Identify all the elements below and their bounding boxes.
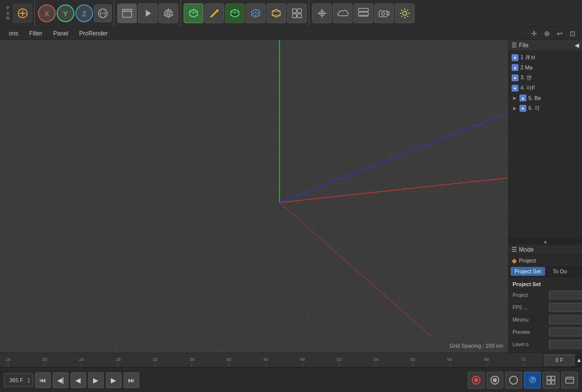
ruler-mark: 32 xyxy=(153,353,158,367)
pen-tool-button[interactable] xyxy=(204,3,224,23)
snap-button[interactable] xyxy=(312,3,332,23)
attr-input-project[interactable] xyxy=(549,291,582,299)
play-button[interactable] xyxy=(138,3,158,23)
list-item[interactable]: ▲ 2 Ma xyxy=(509,63,582,72)
expand-button[interactable]: ▶ xyxy=(512,95,517,101)
menu-filter[interactable]: Filter xyxy=(24,29,47,38)
svg-line-52 xyxy=(401,16,402,17)
key-all-button[interactable] xyxy=(543,372,559,389)
axis-group: X Y Z xyxy=(36,0,114,27)
view-group xyxy=(182,0,309,27)
ruler-mark: 48 xyxy=(300,353,305,367)
panel-collapse-button[interactable]: ◀ xyxy=(575,42,579,49)
world-space-button[interactable] xyxy=(94,4,112,22)
project-header[interactable]: ◆ Project xyxy=(509,255,582,266)
center-viewport-button[interactable]: ⊕ xyxy=(542,28,552,39)
top-toolbar: P S R X Y Z xyxy=(0,0,582,27)
light-button[interactable] xyxy=(395,3,415,23)
play-forward-button[interactable]: ▶ xyxy=(88,372,104,388)
attr-label-fps: FPS ... xyxy=(513,305,547,310)
attr-input-preview[interactable] xyxy=(549,327,582,336)
viewport-solo-button[interactable] xyxy=(287,3,307,23)
camera-button[interactable] xyxy=(374,3,394,23)
panel-tabs: Project Set To Do xyxy=(509,266,582,277)
ruler-mark: 68 xyxy=(484,353,489,367)
svg-rect-6 xyxy=(123,11,131,17)
ruler-mark: 20 xyxy=(42,353,47,367)
atom-array-button[interactable] xyxy=(266,3,286,23)
list-item[interactable]: ▲ 3. 면 xyxy=(509,72,582,83)
list-item[interactable]: ▲ 4. 아F xyxy=(509,83,582,93)
grid-canvas xyxy=(0,40,508,353)
viewport[interactable]: Grid Spacing : 100 cm xyxy=(0,40,508,353)
attr-row-minimum: Minimu xyxy=(509,314,582,326)
display-mode-button[interactable] xyxy=(246,3,265,23)
list-item[interactable]: ▶ ▲ 5. Be xyxy=(509,93,582,103)
fullscreen-button[interactable]: ⊡ xyxy=(567,28,578,39)
cube-button[interactable] xyxy=(225,3,245,23)
axis-z-button[interactable]: Z xyxy=(75,4,93,22)
attr-input-fps[interactable] xyxy=(549,303,582,312)
go-end-button[interactable]: ⏭ xyxy=(124,372,139,388)
move-viewport-button[interactable]: ✛ xyxy=(529,28,540,39)
viewport-controls: ✛ ⊕ ↩ ⊡ xyxy=(529,28,578,39)
ruler-mark: 28 xyxy=(116,353,121,367)
attr-label-level: Level o xyxy=(513,342,547,347)
object-icon: ▲ xyxy=(519,95,526,101)
svg-rect-33 xyxy=(297,14,301,18)
prev-frame-button[interactable]: ◀ xyxy=(70,372,86,388)
record-active-button[interactable] xyxy=(468,372,485,389)
svg-rect-30 xyxy=(292,9,296,13)
add-tool-button[interactable] xyxy=(13,3,32,23)
menu-panel[interactable]: Panel xyxy=(48,29,73,38)
object-icon: ▲ xyxy=(512,64,518,71)
extra-tools-group xyxy=(310,0,417,27)
mode-bar: ☰ Mode xyxy=(509,245,582,255)
axis-x-button[interactable]: X xyxy=(38,4,56,22)
psr-label: P S R xyxy=(4,5,12,21)
timeline-ruler[interactable]: 162024283236404448525660646872 xyxy=(0,353,543,367)
panel-divider-arrow[interactable]: ▲ xyxy=(509,238,582,245)
settings-button[interactable] xyxy=(159,3,178,23)
svg-point-56 xyxy=(493,378,497,382)
svg-rect-32 xyxy=(292,14,296,18)
tab-project-set[interactable]: Project Set xyxy=(511,267,545,276)
grid-view-button[interactable] xyxy=(354,3,373,23)
hamburger-icon: ☰ xyxy=(512,42,517,49)
undo-viewport-button[interactable]: ↩ xyxy=(554,28,565,39)
list-item[interactable]: ▶ ▲ 6. 각 xyxy=(509,103,582,113)
go-start-button[interactable]: ⏮ xyxy=(35,372,51,388)
object-icon: ▲ xyxy=(512,85,518,92)
svg-line-50 xyxy=(407,16,408,17)
motion-record-button[interactable]: Ⓟ xyxy=(524,372,541,389)
frame-down-arrow[interactable]: ▼ xyxy=(27,380,31,384)
mode-group xyxy=(115,0,181,27)
record-button[interactable] xyxy=(486,372,503,389)
attr-input-level[interactable] xyxy=(549,340,582,349)
main-content: Grid Spacing : 100 cm ☰ File ◀ ▲ 1 큐브 ▲ … xyxy=(0,40,582,353)
object-name: 5. Be xyxy=(528,95,541,101)
auto-key-button[interactable] xyxy=(505,372,522,389)
perspective-view-button[interactable] xyxy=(184,3,203,23)
timeline-scroll-up[interactable]: ▲ xyxy=(576,353,582,367)
prev-key-button[interactable]: ◀| xyxy=(53,372,68,388)
attr-input-minimum[interactable] xyxy=(549,315,582,324)
axis-y-button[interactable]: Y xyxy=(57,4,74,22)
next-frame-button[interactable]: ▶ xyxy=(106,372,122,388)
svg-marker-42 xyxy=(387,11,389,15)
tab-to-do[interactable]: To Do xyxy=(549,267,571,276)
menu-prorender[interactable]: ProRender xyxy=(74,29,113,38)
clapper-button[interactable] xyxy=(117,3,137,23)
cloud-button[interactable] xyxy=(333,3,353,23)
timeline-button[interactable] xyxy=(561,372,578,389)
total-frames-input[interactable] xyxy=(6,377,26,383)
svg-point-25 xyxy=(257,13,259,14)
attr-row-level: Level o xyxy=(509,338,582,351)
list-item[interactable]: ▲ 1 큐브 xyxy=(509,52,582,63)
menu-ons[interactable]: ons xyxy=(4,29,23,38)
expand-button[interactable]: ▶ xyxy=(512,105,517,111)
svg-line-15 xyxy=(190,11,194,13)
object-name: 4. 아F xyxy=(520,84,535,92)
svg-rect-58 xyxy=(547,376,550,380)
frame-up-arrow[interactable]: ▲ xyxy=(27,377,31,380)
